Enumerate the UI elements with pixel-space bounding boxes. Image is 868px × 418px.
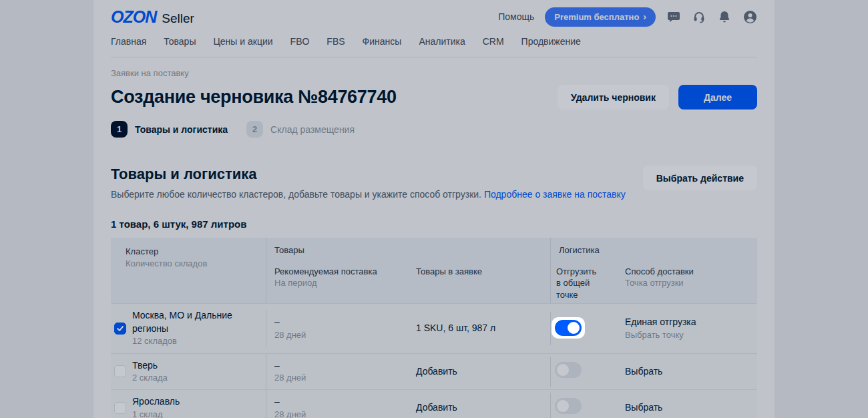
step-2-number: 2	[246, 121, 263, 138]
cluster-checkbox[interactable]	[114, 402, 126, 414]
choose-point-link[interactable]: Выбрать точку	[625, 329, 749, 341]
delete-draft-button[interactable]: Удалить черновик	[558, 85, 669, 110]
chat-icon[interactable]	[666, 9, 681, 24]
column-header-ship-common: Отгрузить в общей точке	[550, 259, 620, 304]
recommended-supply-period: 28 дней	[274, 329, 400, 341]
nav-item-tovary[interactable]: Товары	[164, 36, 196, 47]
title-actions: Удалить черновик Далее	[558, 85, 757, 110]
nav-item-analitika[interactable]: Аналитика	[419, 36, 465, 47]
toggle-knob	[568, 322, 580, 334]
step-2-label: Склад размещения	[270, 124, 355, 135]
choose-delivery-link[interactable]: Выбрать	[625, 365, 749, 379]
toggle-highlight	[552, 317, 585, 339]
ship-common-toggle[interactable]	[555, 398, 582, 414]
page-title: Создание черновика №84767740	[111, 87, 397, 108]
section-description: Выберите любое количество кластеров, доб…	[111, 189, 626, 200]
choose-delivery-link[interactable]: Выбрать	[625, 401, 749, 415]
cluster-name: Тверь	[132, 359, 168, 373]
goods-in-request-link[interactable]: 1 SKU, 6 шт, 987 л	[416, 322, 542, 335]
chevron-right-icon: ›	[643, 12, 646, 21]
clusters-table: Кластер Количество складов Товары Логист…	[111, 238, 757, 418]
table-row: Тверь 2 склада – 28 дней Добавить Выбрат…	[111, 353, 757, 390]
nav-item-tseny-i-aktsii[interactable]: Цены и акции	[213, 36, 272, 47]
step-goods-logistics[interactable]: 1 Товары и логистика	[111, 121, 228, 138]
headset-icon[interactable]	[692, 9, 706, 24]
column-header-recommended: Рекомендуемая поставка На период	[266, 259, 408, 304]
ship-common-toggle[interactable]	[555, 362, 582, 378]
column-group-goods: Товары	[266, 238, 550, 259]
top-bar: OZON Seller Помощь Premium бесплатно ›	[111, 0, 757, 29]
breadcrumb[interactable]: Заявки на поставку	[111, 68, 757, 78]
cluster-name: Ярославль	[132, 395, 180, 409]
premium-button-label: Premium бесплатно	[554, 12, 639, 22]
recommended-supply-value: –	[274, 359, 400, 373]
cluster-warehouse-count: 2 склада	[132, 372, 168, 384]
toggle-wrap	[555, 398, 582, 414]
next-button[interactable]: Далее	[678, 85, 757, 110]
cluster-checkbox[interactable]	[114, 323, 126, 335]
recommended-supply-value: –	[274, 316, 400, 329]
toggle-knob	[557, 364, 569, 376]
nav-item-glavnaya[interactable]: Главная	[111, 36, 146, 47]
column-header-cluster: Кластер Количество складов	[111, 238, 266, 303]
main-nav: Главная Товары Цены и акции FBO FBS Фина…	[111, 29, 757, 57]
section-title: Товары и логистика	[111, 166, 626, 183]
step-warehouse-placement[interactable]: 2 Склад размещения	[246, 121, 355, 138]
ship-common-toggle[interactable]	[555, 320, 582, 336]
totals-summary: 1 товар, 6 штук, 987 литров	[111, 218, 757, 230]
profile-icon[interactable]	[742, 9, 757, 24]
page-sheet: OZON Seller Помощь Premium бесплатно ›	[93, 0, 775, 418]
premium-button[interactable]: Premium бесплатно ›	[545, 7, 656, 27]
toggle-wrap	[555, 362, 582, 378]
column-header-goods-in-request: Товары в заявке	[408, 259, 550, 304]
cluster-warehouse-count: 1 склад	[132, 409, 180, 418]
table-row: Москва, МО и Дальние регионы 12 складов …	[111, 303, 757, 353]
table-row: Ярославль 1 склад – 28 дней Добавить Выб…	[111, 389, 757, 418]
top-bar-right: Помощь Premium бесплатно ›	[498, 7, 757, 27]
add-goods-link[interactable]: Добавить	[416, 365, 542, 379]
choose-action-button[interactable]: Выбрать действие	[643, 166, 757, 190]
column-group-logistics: Логистика	[550, 238, 757, 259]
nav-item-finansy[interactable]: Финансы	[363, 36, 402, 47]
section-description-text: Выберите любое количество кластеров, доб…	[111, 189, 481, 200]
column-header-delivery-method: Способ доставки Точка отгрузки	[620, 259, 757, 304]
add-goods-link[interactable]: Добавить	[416, 401, 542, 415]
nav-item-fbo[interactable]: FBO	[290, 36, 310, 47]
bell-icon[interactable]	[717, 9, 732, 24]
recommended-supply-period: 28 дней	[274, 372, 400, 384]
step-1-number: 1	[111, 121, 128, 138]
cluster-warehouse-count: 12 складов	[132, 335, 258, 347]
step-1-label: Товары и логистика	[135, 124, 228, 135]
supply-request-details-link[interactable]: Подробнее о заявке на поставку	[484, 189, 626, 200]
help-link[interactable]: Помощь	[498, 11, 534, 22]
table-header: Кластер Количество складов Товары Логист…	[111, 238, 757, 303]
recommended-supply-value: –	[274, 395, 400, 409]
delivery-method-value: Единая отгрузка	[625, 316, 749, 329]
cluster-checkbox[interactable]	[114, 365, 126, 377]
ozon-seller-logo[interactable]: OZON Seller	[111, 7, 194, 27]
nav-item-crm[interactable]: CRM	[483, 36, 504, 47]
ozon-logo-text: OZON	[111, 7, 156, 27]
cluster-name: Москва, МО и Дальние регионы	[132, 309, 258, 335]
seller-logo-text: Seller	[162, 11, 194, 26]
toggle-knob	[557, 400, 569, 412]
recommended-supply-period: 28 дней	[274, 409, 400, 418]
stepper: 1 Товары и логистика 2 Склад размещения	[111, 121, 757, 138]
nav-item-prodvizhenie[interactable]: Продвижение	[521, 36, 581, 47]
nav-item-fbs[interactable]: FBS	[327, 36, 345, 47]
